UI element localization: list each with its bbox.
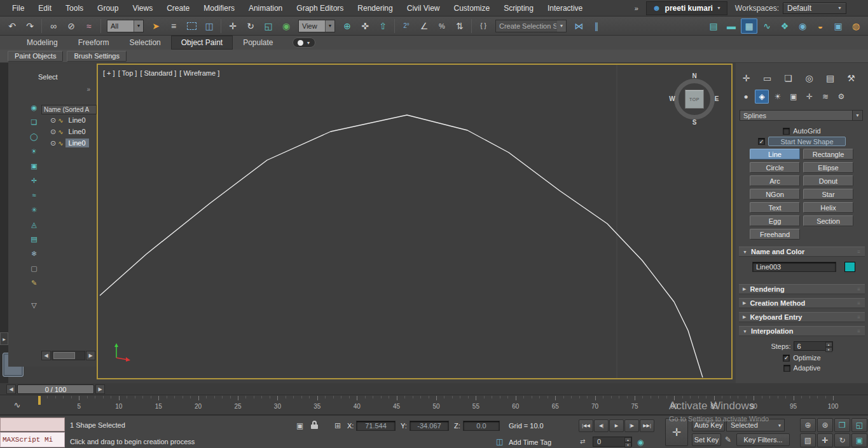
x-coordinate-field[interactable]: 71.544: [356, 421, 396, 431]
viewport-shading-menu[interactable]: [ Wireframe ]: [179, 69, 219, 77]
ribbon-tab-object-paint[interactable]: Object Paint: [171, 36, 233, 50]
ribbon-tab-populate[interactable]: Populate: [233, 36, 283, 50]
key-filters-button[interactable]: Key Filters...: [736, 433, 790, 446]
select-and-link-icon[interactable]: ∞: [45, 18, 62, 34]
geometry-category-icon[interactable]: ●: [739, 90, 753, 104]
explorer-column-header[interactable]: Name (Sorted A: [41, 105, 97, 114]
key-mode-toggle-icon[interactable]: ⇄: [580, 438, 585, 445]
select-and-place-icon[interactable]: ◉: [278, 18, 294, 34]
display-materials-icon[interactable]: ✎: [29, 278, 39, 288]
go-to-start-button[interactable]: |◀◀: [579, 419, 593, 432]
left-panel-expand-button[interactable]: ▶: [0, 332, 8, 345]
object-type-donut-button[interactable]: Donut: [803, 175, 853, 186]
select-and-scale-icon[interactable]: ◱: [260, 18, 277, 34]
visibility-eye-icon[interactable]: ⊙: [50, 139, 56, 147]
menubar-overflow-chevron[interactable]: »: [630, 4, 644, 12]
compass-south[interactable]: S: [691, 119, 698, 126]
named-selection-sets-dropdown[interactable]: Create Selection Se▼: [495, 20, 567, 32]
display-hidden-icon[interactable]: ▢: [29, 263, 39, 273]
scene-object-row[interactable]: ⊙∿Line0: [41, 126, 97, 137]
compass-east[interactable]: E: [713, 95, 720, 102]
window-crossing-icon[interactable]: ◫: [201, 18, 217, 34]
object-type-ngon-button[interactable]: NGon: [750, 189, 800, 200]
maxscript-mini-listener[interactable]: MAXScript Mi: [0, 432, 65, 447]
curve-editor-icon[interactable]: ∿: [759, 18, 775, 34]
scrollbar-track[interactable]: [52, 351, 85, 360]
object-type-ellipse-button[interactable]: Ellipse: [803, 162, 853, 173]
select-and-move-icon[interactable]: ✛: [224, 18, 241, 34]
time-slider-handle[interactable]: 0 / 100: [17, 384, 94, 394]
rollout-creation-method[interactable]: ▶ Creation Method ≡: [739, 298, 865, 308]
toggle-scene-explorer-icon[interactable]: ▦: [741, 18, 757, 34]
object-type-arc-button[interactable]: Arc: [750, 175, 800, 186]
autogrid-checkbox[interactable]: [783, 128, 790, 135]
track-bar[interactable]: ∿ 51015202530354045505560657075808590951…: [0, 395, 868, 415]
ribbon-panel-paint-objects[interactable]: Paint Objects: [8, 51, 63, 62]
current-frame-marker[interactable]: [38, 396, 41, 405]
zoom-button[interactable]: ⊕: [800, 418, 816, 432]
hierarchy-tab-icon[interactable]: ❏: [781, 71, 796, 85]
filter-funnel-icon[interactable]: ▽: [29, 300, 39, 310]
shape-type-dropdown[interactable]: Splines ▼: [740, 110, 863, 121]
menu-edit[interactable]: Edit: [31, 0, 59, 16]
explorer-overflow-chevron[interactable]: »: [86, 86, 90, 93]
rectangular-selection-region-icon[interactable]: [183, 18, 200, 34]
display-containers-icon[interactable]: ▤: [29, 234, 39, 244]
maximize-viewport-button[interactable]: ▣: [851, 433, 867, 447]
scene-object-row[interactable]: ⊙∿Line0: [41, 137, 97, 149]
use-pivot-point-center-icon[interactable]: ⊕: [339, 18, 355, 34]
display-shapes-icon[interactable]: ◯: [29, 132, 39, 142]
display-helpers-icon[interactable]: ✛: [29, 175, 39, 186]
snaps-toggle-icon[interactable]: 2°: [398, 18, 415, 34]
object-type-rectangle-button[interactable]: Rectangle: [803, 149, 853, 160]
select-and-manipulate-icon[interactable]: ✜: [357, 18, 373, 34]
render-production-icon[interactable]: ◍: [848, 18, 864, 34]
edit-named-selection-sets-icon[interactable]: { }: [475, 18, 492, 34]
object-name-label[interactable]: Line0: [65, 116, 89, 125]
spacewarps-category-icon[interactable]: ≋: [818, 90, 832, 104]
zoom-all-button[interactable]: ⊛: [817, 418, 833, 432]
helpers-category-icon[interactable]: ✛: [803, 90, 816, 104]
orbit-button[interactable]: ↻: [834, 433, 850, 447]
scroll-left-button[interactable]: ◀: [41, 351, 51, 360]
object-type-text-button[interactable]: Text: [750, 202, 800, 213]
steps-field[interactable]: 6 ▴ ▾: [794, 341, 833, 351]
object-name-label[interactable]: Line0: [65, 139, 89, 147]
display-geometry-icon[interactable]: ❏: [29, 117, 39, 127]
object-name-field[interactable]: Line003: [752, 262, 836, 272]
angle-snap-icon[interactable]: ∠: [416, 18, 432, 34]
viewport-general-menu[interactable]: [ + ]: [103, 69, 115, 77]
compass-west[interactable]: W: [668, 95, 676, 102]
chevron-down-icon[interactable]: ▼: [556, 20, 566, 32]
explorer-scrollbar[interactable]: ◀ ▶: [41, 350, 95, 360]
start-new-shape-checkbox[interactable]: ✓: [758, 138, 765, 145]
undo-icon[interactable]: ↶: [4, 18, 20, 34]
utilities-tab-icon[interactable]: ⚒: [844, 71, 858, 85]
align-icon[interactable]: ∥: [588, 18, 605, 34]
default-tangent-icon[interactable]: ◉: [637, 438, 644, 447]
spinner-snap-icon[interactable]: ⇅: [451, 18, 468, 34]
chevron-down-icon[interactable]: ▼: [134, 20, 143, 32]
viewport-top[interactable]: [ + ] [ Top ] [ Standard ] [ Wireframe ]…: [97, 64, 733, 379]
display-particles-icon[interactable]: ✳: [29, 205, 39, 215]
rollout-keyboard-entry[interactable]: ▶ Keyboard Entry ≡: [739, 312, 865, 322]
menu-interactive[interactable]: Interactive: [541, 0, 589, 16]
menu-create[interactable]: Create: [160, 0, 196, 16]
rollout-name-and-color[interactable]: ▼ Name and Color ≡: [739, 247, 865, 257]
steps-spinner[interactable]: ▴ ▾: [825, 342, 832, 350]
maxscript-mini-listener-pink[interactable]: [0, 417, 65, 431]
unlink-selection-icon[interactable]: ⊘: [63, 18, 79, 34]
object-type-circle-button[interactable]: Circle: [750, 162, 800, 173]
compass-north[interactable]: N: [691, 72, 698, 79]
menu-tools[interactable]: Tools: [59, 0, 90, 16]
time-slider-next-button[interactable]: ▶: [95, 384, 105, 394]
frame-spinner[interactable]: ▴ ▾: [624, 437, 631, 446]
menu-scripting[interactable]: Scripting: [497, 0, 541, 16]
mini-curve-editor-button[interactable]: ∿: [3, 398, 31, 412]
render-setup-icon[interactable]: ◒: [812, 18, 829, 34]
spinner-down-icon[interactable]: ▾: [624, 442, 631, 447]
menu-group[interactable]: Group: [90, 0, 125, 16]
zoom-extents-button[interactable]: ❒: [834, 418, 850, 432]
select-by-name-icon[interactable]: ≡: [165, 18, 182, 34]
object-name-label[interactable]: Line0: [65, 127, 89, 136]
